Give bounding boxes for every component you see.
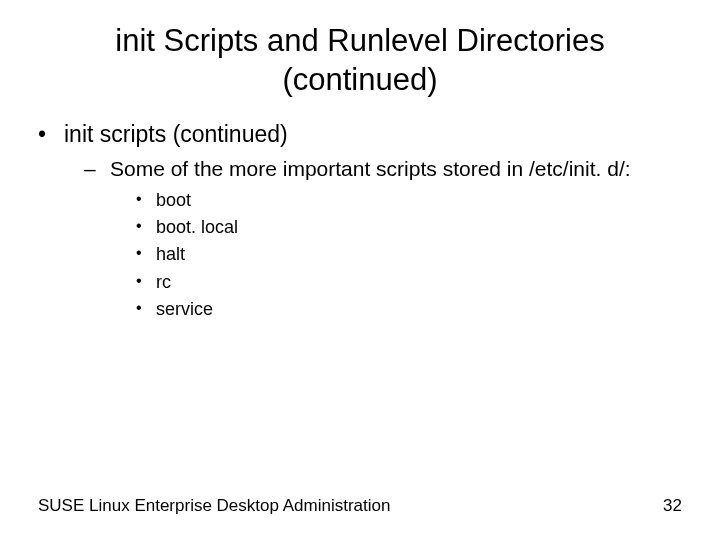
title-line-1: init Scripts and Runlevel Directories [115, 23, 604, 58]
bullet-text: init scripts (continued) [64, 121, 288, 147]
footer-page-number: 32 [663, 496, 682, 516]
footer-left: SUSE Linux Enterprise Desktop Administra… [38, 496, 390, 516]
bullet-text: Some of the more important scripts store… [110, 157, 631, 180]
list-item: Some of the more important scripts store… [64, 156, 680, 321]
list-item: halt [110, 243, 680, 266]
bullet-text: boot. local [156, 217, 238, 237]
list-item: boot [110, 189, 680, 212]
list-item: boot. local [110, 216, 680, 239]
slide: init Scripts and Runlevel Directories (c… [0, 0, 720, 540]
bullet-text: halt [156, 244, 185, 264]
slide-title: init Scripts and Runlevel Directories (c… [0, 0, 720, 100]
bullet-text: rc [156, 272, 171, 292]
list-item: service [110, 298, 680, 321]
bullet-text: service [156, 299, 213, 319]
list-item: init scripts (continued) Some of the mor… [38, 120, 680, 322]
bullet-list: init scripts (continued) Some of the mor… [38, 120, 680, 322]
bullet-text: boot [156, 190, 191, 210]
slide-body: init scripts (continued) Some of the mor… [0, 100, 720, 322]
title-line-2: (continued) [282, 62, 437, 97]
list-item: rc [110, 271, 680, 294]
bullet-list: Some of the more important scripts store… [64, 156, 680, 321]
slide-footer: SUSE Linux Enterprise Desktop Administra… [38, 496, 682, 516]
bullet-list: boot boot. local halt rc service [110, 189, 680, 322]
